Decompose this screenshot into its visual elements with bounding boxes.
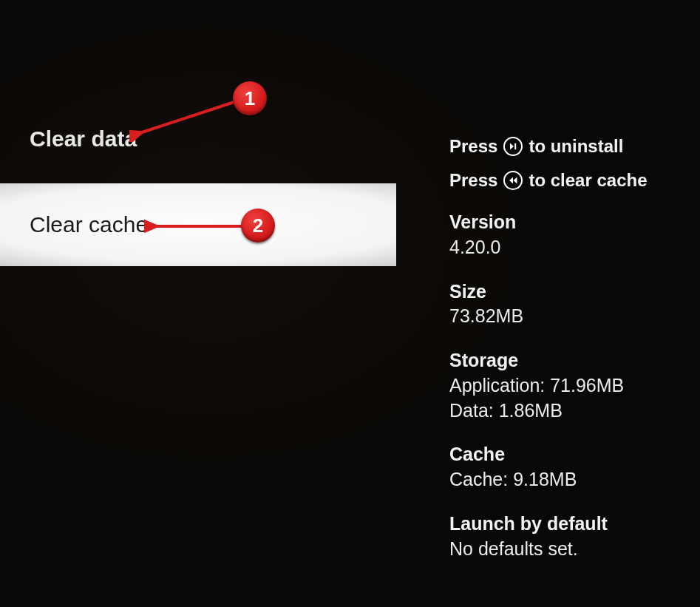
menu-item-clear-cache[interactable]: Clear cache <box>0 183 396 266</box>
info-value: Cache: 9.18MB <box>449 467 686 492</box>
svg-marker-4 <box>509 177 513 184</box>
info-label: Size <box>449 279 686 305</box>
menu-item-label: Clear cache <box>30 212 148 237</box>
annotation-badge-1: 1 <box>233 81 267 115</box>
info-value: No defaults set. <box>449 537 686 562</box>
svg-marker-1 <box>510 143 514 150</box>
info-label: Version <box>449 210 686 235</box>
hint-text: Press <box>449 136 497 157</box>
info-storage: Storage Application: 71.96MB Data: 1.86M… <box>449 348 686 423</box>
app-info-panel: Press to uninstall Press to clear cache … <box>449 136 686 561</box>
hint-text: to clear cache <box>529 170 647 191</box>
info-value: Application: 71.96MB <box>449 373 686 399</box>
info-size: Size 73.82MB <box>449 279 686 330</box>
annotation-badge-2: 2 <box>241 208 275 243</box>
info-label: Cache <box>449 442 686 467</box>
play-pause-button-icon <box>503 137 523 156</box>
hint-text: Press <box>449 170 497 191</box>
info-label: Launch by default <box>449 512 686 537</box>
rewind-button-icon <box>503 171 523 190</box>
info-version: Version 4.20.0 <box>449 210 686 260</box>
badge-number: 2 <box>253 214 263 237</box>
info-cache: Cache Cache: 9.18MB <box>449 442 686 492</box>
info-label: Storage <box>449 348 686 373</box>
info-launch-default: Launch by default No defaults set. <box>449 512 686 562</box>
svg-marker-5 <box>514 177 517 184</box>
info-value: Data: 1.86MB <box>449 399 686 424</box>
info-value: 4.20.0 <box>449 235 686 260</box>
left-menu-column: Clear data Clear cache <box>0 0 396 607</box>
menu-item-clear-data[interactable]: Clear data <box>0 109 396 169</box>
hint-text: to uninstall <box>529 136 623 157</box>
info-value: 73.82MB <box>449 304 686 329</box>
badge-number: 1 <box>245 87 255 110</box>
svg-rect-2 <box>515 143 517 149</box>
menu-item-label: Clear data <box>30 126 137 152</box>
hint-uninstall: Press to uninstall <box>449 136 686 157</box>
hint-clear-cache: Press to clear cache <box>449 170 686 191</box>
